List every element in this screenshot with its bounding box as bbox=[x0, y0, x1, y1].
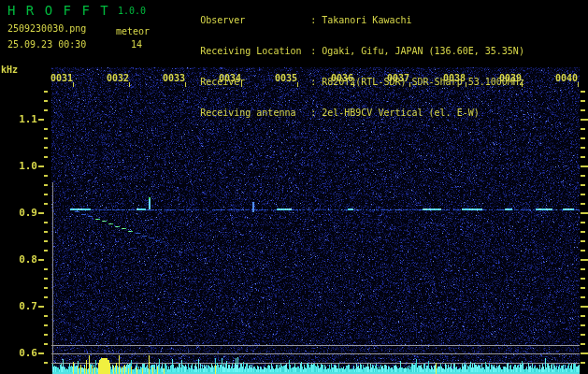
info-value: Ogaki, Gifu, JAPAN (136.60E, 35.35N) bbox=[322, 46, 524, 56]
mode-label: meteor bbox=[116, 26, 150, 36]
time-tick-label: 0040 bbox=[553, 73, 578, 83]
time-tick-label: 0038 bbox=[441, 73, 466, 83]
info-label: Observer bbox=[200, 15, 310, 25]
freq-tick-label: 0.7 bbox=[19, 300, 37, 312]
info-separator: : bbox=[310, 108, 322, 118]
station-info: Observer: Takanori Kawachi Receiving Loc… bbox=[166, 5, 524, 128]
info-value: Takanori Kawachi bbox=[322, 15, 411, 25]
info-separator: : bbox=[310, 77, 322, 87]
time-tick-label: 0032 bbox=[105, 73, 129, 83]
freq-tick-label: 1.1 bbox=[19, 113, 37, 125]
time-tick-label: 0033 bbox=[161, 73, 185, 83]
freq-axis-labels: 1.11.00.90.80.70.6 bbox=[0, 0, 37, 374]
time-tick-label: 0034 bbox=[217, 73, 241, 83]
freq-tick-label: 1.0 bbox=[19, 160, 37, 172]
freq-tick-label: 0.6 bbox=[19, 347, 37, 359]
time-tick-label: 0035 bbox=[273, 73, 297, 83]
info-row-location: Receiving Location: Ogaki, Gifu, JAPAN (… bbox=[166, 36, 524, 66]
time-tick-label: 0039 bbox=[497, 73, 522, 83]
freq-tick-label: 0.8 bbox=[19, 253, 37, 266]
freq-tick-label: 0.9 bbox=[19, 207, 37, 219]
hrofft-screen: H R O F F T 1.0.0 2509230030.png meteor … bbox=[0, 0, 588, 374]
info-value: 2el-HB9CV Vertical (el. E-W) bbox=[322, 108, 480, 118]
time-tick-label: 0037 bbox=[385, 73, 409, 83]
info-label: Receiving Location bbox=[200, 46, 310, 56]
time-tick-label: 0031 bbox=[49, 73, 73, 83]
info-label: Receiving antenna bbox=[200, 108, 310, 118]
app-version: 1.0.0 bbox=[118, 6, 146, 16]
info-separator: : bbox=[310, 15, 322, 25]
info-row-antenna: Receiving antenna: 2el-HB9CV Vertical (e… bbox=[166, 97, 524, 128]
info-row-observer: Observer: Takanori Kawachi bbox=[166, 5, 524, 36]
echo-count: 14 bbox=[131, 39, 142, 50]
time-tick-label: 0036 bbox=[329, 73, 353, 83]
info-separator: : bbox=[310, 46, 322, 56]
